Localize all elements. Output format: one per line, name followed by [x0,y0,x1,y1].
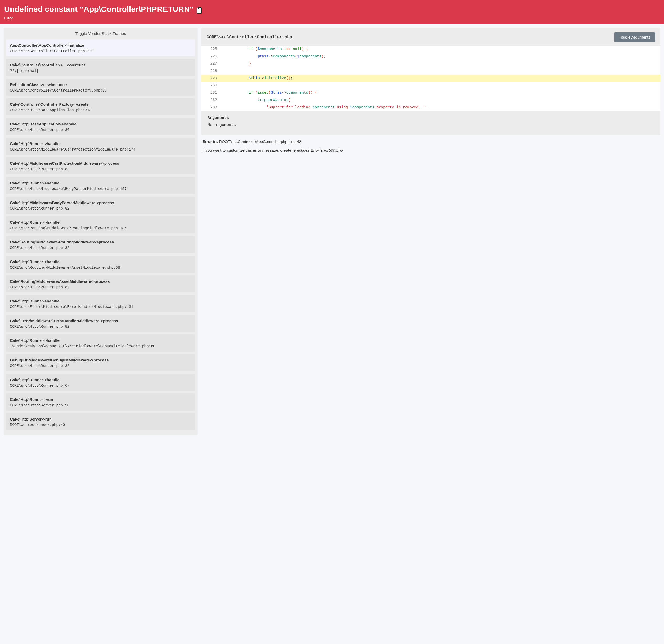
stack-frame-title: Cake\Http\Runner->handle [10,378,191,382]
line-number: 232 [201,97,220,104]
stack-frame-file: CORE\src\Routing\Middleware\RoutingMiddl… [10,226,191,230]
stack-frame-file: CORE\src\Controller\ControllerFactory.ph… [10,88,191,93]
line-content: 'Support for loading components using $c… [220,104,660,111]
stack-frame-file: ??:[internal] [10,69,191,73]
stack-frame-file: CORE\src\Http\Runner.php:86 [10,128,191,132]
stack-frame-title: DebugKit\Middleware\DebugKitMiddleware->… [10,358,191,362]
line-number: 229 [201,75,220,82]
stack-frame[interactable]: Cake\Controller\ControllerFactory->creat… [6,98,195,116]
stack-frame-file: CORE\src\Routing\Middleware\AssetMiddlew… [10,265,191,270]
error-in-line: Error in: ROOT\src\Controller\AppControl… [201,135,660,145]
stack-frame-file: CORE\src\Controller\Controller.php:229 [10,49,191,53]
line-content [220,82,660,89]
stack-frame[interactable]: Cake\Http\Middleware\CsrfProtectionMiddl… [6,157,195,175]
error-header: Undefined constant "App\Controller\PHPRE… [0,0,664,24]
code-line: 227 } [201,60,660,67]
stack-frame-file: …vendor\cakephp\debug_kit\src\Middleware… [10,344,191,348]
error-in-label: Error in: [202,139,219,144]
stack-frame[interactable]: Cake\Http\Runner->handleCORE\src\Routing… [6,216,195,234]
stack-frame[interactable]: Cake\Http\BaseApplication->handleCORE\sr… [6,118,195,135]
stack-frame-title: Cake\Http\Middleware\CsrfProtectionMiddl… [10,161,191,165]
code-line: 231 if (isset($this->components)) { [201,89,660,97]
stack-frame-file: CORE\src\Http\Runner.php:82 [10,364,191,368]
line-content: } [220,60,660,67]
error-subtitle: Error [4,16,660,20]
stack-frame-title: Cake\Routing\Middleware\AssetMiddleware-… [10,279,191,284]
stack-frame[interactable]: ReflectionClass->newInstanceCORE\src\Con… [6,79,195,96]
code-line: 228 [201,67,660,75]
stack-frame[interactable]: Cake\Http\Server->runROOT\webroot\index.… [6,413,195,430]
stack-frame-file: CORE\src\Http\Server.php:90 [10,403,191,407]
toggle-arguments-button[interactable]: Toggle Arguments [614,32,655,42]
stack-frame[interactable]: Cake\Http\Runner->handleCORE\src\Error\M… [6,295,195,312]
stack-frame-title: Cake\Http\Server->run [10,417,191,421]
stack-frame-title: Cake\Http\Runner->handle [10,338,191,343]
stack-frame-title: Cake\Http\Runner->handle [10,220,191,224]
stack-frame[interactable]: Cake\Controller\Controller->__construct?… [6,59,195,76]
customize-path: templates\Error\error500.php [292,148,343,153]
stack-sidebar: Toggle Vendor Stack Frames App\Controlle… [4,27,198,435]
stack-frame-file: CORE\src\Http\Runner.php:82 [10,285,191,289]
line-number: 226 [201,53,220,60]
stack-frame[interactable]: Cake\Http\Runner->handleCORE\src\Http\Mi… [6,138,195,155]
line-content: if ($components !== null) { [220,46,660,53]
stack-frame[interactable]: Cake\Http\Runner->handleCORE\src\Routing… [6,256,195,273]
code-line: 230 [201,82,660,89]
stack-frame-file: CORE\src\Http\Middleware\CsrfProtectionM… [10,147,191,152]
stack-frame-file: CORE\src\Error\Middleware\ErrorHandlerMi… [10,305,191,309]
line-number: 233 [201,104,220,111]
stack-frame[interactable]: Cake\Routing\Middleware\RoutingMiddlewar… [6,236,195,253]
source-file-title[interactable]: CORE\src\Controller\Controller.php [207,35,292,40]
stack-frame-file: CORE\src\Http\Middleware\BodyParserMiddl… [10,187,191,191]
stack-frame-file: ROOT\webroot\index.php:40 [10,423,191,427]
stack-frame-file: CORE\src\Http\Runner.php:82 [10,206,191,210]
stack-frame-title: Cake\Controller\ControllerFactory->creat… [10,102,191,106]
stack-frame-title: Cake\Routing\Middleware\RoutingMiddlewar… [10,240,191,244]
clipboard-icon[interactable] [196,8,202,14]
main-panel: CORE\src\Controller\Controller.php Toggl… [201,27,660,154]
stack-frame-file: CORE\src\Http\Runner.php:82 [10,167,191,171]
line-number: 231 [201,89,220,97]
stack-frame[interactable]: App\Controller\AppController->initialize… [6,39,195,56]
stack-frame[interactable]: Cake\Http\Middleware\BodyParserMiddlewar… [6,197,195,214]
stack-frame-file: CORE\src\Http\BaseApplication.php:318 [10,108,191,112]
line-number: 228 [201,67,220,75]
file-pane: CORE\src\Controller\Controller.php Toggl… [201,27,660,135]
stack-frame-title: Cake\Controller\Controller->__construct [10,63,191,67]
line-number: 225 [201,46,220,53]
error-in-value: ROOT\src\Controller\AppController.php, l… [219,139,301,144]
stack-frame-file: CORE\src\Http\Runner.php:82 [10,246,191,250]
stack-frame-title: Cake\Error\Middleware\ErrorHandlerMiddle… [10,319,191,323]
code-line: 226 $this->components($components); [201,53,660,60]
stack-frame-title: Cake\Http\Runner->handle [10,259,191,264]
stack-frame-title: Cake\Http\Middleware\BodyParserMiddlewar… [10,200,191,205]
stack-frame-title: App\Controller\AppController->initialize [10,43,191,47]
stack-frame[interactable]: Cake\Routing\Middleware\AssetMiddleware-… [6,276,195,293]
code-line: 233 'Support for loading components usin… [201,104,660,111]
stack-frame-file: CORE\src\Http\Runner.php:67 [10,383,191,388]
customize-hint: If you want to customize this error mess… [201,145,660,154]
stack-frame-file: CORE\src\Http\Runner.php:82 [10,324,191,329]
toggle-vendor-frames[interactable]: Toggle Vendor Stack Frames [4,27,198,39]
stack-frame[interactable]: Cake\Http\Runner->handleCORE\src\Http\Ru… [6,374,195,391]
line-content: triggerWarning( [220,97,660,104]
stack-frame[interactable]: Cake\Http\Runner->handleCORE\src\Http\Mi… [6,177,195,194]
stack-frame-title: Cake\Http\Runner->run [10,397,191,402]
stack-frame[interactable]: DebugKit\Middleware\DebugKitMiddleware->… [6,354,195,371]
stack-frame-title: Cake\Http\BaseApplication->handle [10,122,191,126]
code-line: 232 triggerWarning( [201,97,660,104]
stack-frame-title: ReflectionClass->newInstance [10,82,191,87]
line-content: $this->components($components); [220,53,660,60]
code-line: 225 if ($components !== null) { [201,46,660,53]
stack-frame-title: Cake\Http\Runner->handle [10,299,191,303]
stack-frame[interactable]: Cake\Http\Runner->handle…vendor\cakephp\… [6,335,195,351]
code-excerpt: 225 if ($components !== null) {226 $this… [201,46,660,111]
stack-frame[interactable]: Cake\Http\Runner->runCORE\src\Http\Serve… [6,394,195,410]
stack-frame[interactable]: Cake\Error\Middleware\ErrorHandlerMiddle… [6,315,195,332]
line-content: $this->initialize(); [220,75,660,82]
arguments-heading: Arguments [201,111,660,122]
line-content: if (isset($this->components)) { [220,89,660,97]
stack-frame-title: Cake\Http\Runner->handle [10,141,191,146]
stack-frame-title: Cake\Http\Runner->handle [10,181,191,185]
line-number: 230 [201,82,220,89]
